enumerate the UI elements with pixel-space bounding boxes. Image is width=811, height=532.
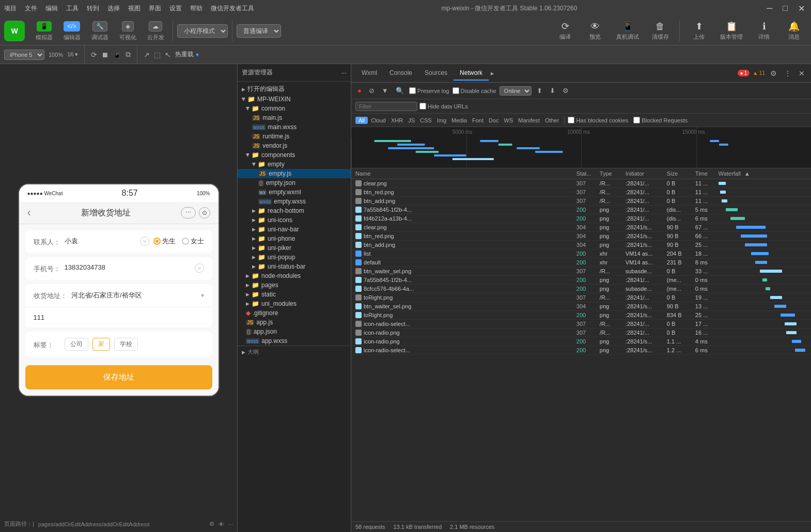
app-wxss-file[interactable]: wxss app.wxss xyxy=(238,336,351,346)
col-name[interactable]: Name xyxy=(355,170,576,177)
pages-folder[interactable]: ▶ 📁 pages xyxy=(238,280,351,290)
search-button[interactable]: 🔍 xyxy=(394,86,406,96)
tab-console[interactable]: Console xyxy=(383,66,418,81)
menu-project[interactable]: 项目 xyxy=(4,4,17,13)
tab-more-icon[interactable]: ▸ xyxy=(491,70,494,77)
clear-cache-button[interactable]: 🗑 清缓存 xyxy=(647,19,673,43)
blocked-cookies-checkbox[interactable]: Has blocked cookies xyxy=(568,117,628,123)
table-row[interactable]: fd4b212a-a13b-4... 200 png :28241/... (d… xyxy=(351,214,811,223)
tab-wxml[interactable]: Wxml xyxy=(355,66,383,81)
col-size[interactable]: Size xyxy=(667,170,695,177)
tag-school[interactable]: 学校 xyxy=(114,338,138,351)
common-folder[interactable]: ▶ 📁 common xyxy=(238,104,351,113)
empty-wxml-file[interactable]: wx empty.wxml xyxy=(238,187,351,197)
address-top[interactable]: 收货地址： 河北省/石家庄市/裕华区 ▾ xyxy=(25,284,212,307)
stop-icon[interactable]: ⏹ xyxy=(101,51,108,59)
col-waterfall[interactable]: Waterfall ▲ xyxy=(719,170,807,177)
version-mgr-button[interactable]: 📋 版本管理 xyxy=(716,19,747,43)
compile-select[interactable]: 普通编译 xyxy=(237,24,281,38)
table-row[interactable]: btn_waiter_sel.png 304 png :28241/s... 9… xyxy=(351,302,811,311)
table-row[interactable]: list 200 xhr VM14 as... 204 B 18 ... xyxy=(351,249,811,258)
table-row[interactable]: btn_waiter_sel.png 307 /R... subasde... … xyxy=(351,267,811,276)
filter-font-btn[interactable]: Font xyxy=(470,117,486,124)
uni-status-bar-folder[interactable]: ▶ 📁 uni-status-bar xyxy=(238,262,351,271)
tab-network[interactable]: Network xyxy=(454,66,489,81)
filter-cloud-btn[interactable]: Cloud xyxy=(369,117,388,124)
preserve-log-input[interactable] xyxy=(409,87,416,94)
table-row[interactable]: clear.png 307 /R... :28241/... 0 B 11 ..… xyxy=(351,179,811,188)
vendor-js-file[interactable]: JS vendor.js xyxy=(238,141,351,150)
eye-icon[interactable]: 👁 xyxy=(219,521,224,527)
disable-cache-checkbox[interactable]: Disable cache xyxy=(453,87,496,94)
devtools-close-icon[interactable]: ✕ xyxy=(797,68,807,79)
devtools-more-icon[interactable]: ⋮ xyxy=(782,68,793,79)
table-row[interactable]: 7a55b845-1f2b-4... 200 png :28241/... (d… xyxy=(351,206,811,214)
filter-other-btn[interactable]: Other xyxy=(543,117,562,124)
filter-media-btn[interactable]: Media xyxy=(449,117,469,124)
cursor-icon[interactable]: ↖ xyxy=(165,51,171,59)
menu-edit[interactable]: 编辑 xyxy=(45,4,58,13)
root-folder[interactable]: ▶ 📁 MP-WEIXIN xyxy=(238,95,351,104)
download-throttle-icon[interactable]: ⬇ xyxy=(548,86,557,96)
filter-img-btn[interactable]: Img xyxy=(435,117,448,124)
table-row[interactable]: icon-radio-select... 307 /R... :28241/..… xyxy=(351,320,811,328)
table-row[interactable]: toRight.png 307 /R... :28241/... 0 B 19 … xyxy=(351,293,811,302)
disable-cache-input[interactable] xyxy=(453,87,459,94)
menu-settings[interactable]: 设置 xyxy=(169,4,182,13)
table-row[interactable]: icon-radio-select... 200 png :28241/s...… xyxy=(351,346,811,355)
col-initiator[interactable]: Initiator xyxy=(626,170,667,177)
phone-more-actions[interactable]: ··· ⊙ xyxy=(181,207,210,218)
copy-icon[interactable]: ⧉ xyxy=(126,50,131,59)
app-json-file[interactable]: {} app.json xyxy=(238,327,351,336)
empty-js-file[interactable]: JS empty.js xyxy=(238,169,351,178)
editor-button[interactable]: </> 编辑器 xyxy=(59,18,85,43)
window-controls[interactable]: ─ □ ✕ xyxy=(765,4,807,13)
menu-bar[interactable]: 项目 文件 编辑 工具 转到 选择 视图 界面 设置 帮助 微信开发者工具 xyxy=(4,4,254,13)
file-panel-more-icon[interactable]: ··· xyxy=(341,69,347,76)
table-row[interactable]: clear.png 304 png :28241/s... 90 B 67 ..… xyxy=(351,223,811,232)
menu-interface[interactable]: 界面 xyxy=(149,4,161,13)
table-row[interactable]: 8cfcc576-4b66-4a... 200 png subasde... (… xyxy=(351,285,811,293)
mode-select[interactable]: 小程序模式 xyxy=(177,24,228,38)
tag-company[interactable]: 公司 xyxy=(65,338,88,351)
stop-button[interactable]: ⊘ xyxy=(367,86,377,96)
address-detail-input[interactable]: 111 xyxy=(25,307,212,327)
upload-button[interactable]: ⬆ 上传 xyxy=(686,19,712,43)
filter-ws-btn[interactable]: WS xyxy=(502,117,516,124)
filter-all-btn[interactable]: All xyxy=(355,117,368,124)
node-modules-folder[interactable]: ▶ 📁 node-modules xyxy=(238,271,351,280)
close-button[interactable]: ✕ xyxy=(796,4,807,13)
real-machine-button[interactable]: 📱 真机调试 xyxy=(612,19,643,43)
blocked-requests-input[interactable] xyxy=(633,117,640,123)
hotreload-toggle[interactable]: ▾ xyxy=(196,51,199,58)
preview-button[interactable]: 👁 预览 xyxy=(582,19,608,43)
gitignore-file[interactable]: ◆ .gitignore xyxy=(238,308,351,318)
reach-bottom-folder[interactable]: ▶ 📁 reach-bottom xyxy=(238,206,351,215)
minimize-button[interactable]: ─ xyxy=(765,4,774,13)
menu-help[interactable]: 帮助 xyxy=(190,4,202,13)
uni-nav-bar-folder[interactable]: ▶ 📁 uni-nav-bar xyxy=(238,225,351,234)
save-address-button[interactable]: 保存地址 xyxy=(25,365,212,389)
phone-clear-icon[interactable]: ✕ xyxy=(195,263,204,273)
menu-tools[interactable]: 工具 xyxy=(66,4,79,13)
details-button[interactable]: ℹ 详情 xyxy=(751,19,777,43)
filter-button[interactable]: ▼ xyxy=(380,86,391,96)
refresh-icon[interactable]: ⟳ xyxy=(91,51,97,59)
gender-male[interactable]: 先生 xyxy=(153,237,176,246)
uni-phone-folder[interactable]: ▶ 📁 uni-phone xyxy=(238,234,351,243)
settings-icon[interactable]: ⚙ xyxy=(209,521,214,527)
col-status[interactable]: Stat... xyxy=(576,170,600,177)
outline-section[interactable]: ▶ 大纲 xyxy=(238,346,351,358)
network-settings-icon[interactable]: ⚙ xyxy=(560,86,571,96)
col-type[interactable]: Type xyxy=(600,170,626,177)
app-js-file[interactable]: JS app.js xyxy=(238,318,351,327)
main-js-file[interactable]: JS main.js xyxy=(238,113,351,122)
components-folder[interactable]: ▶ 📁 components xyxy=(238,150,351,160)
col-time[interactable]: Time xyxy=(695,170,719,177)
tab-sources[interactable]: Sources xyxy=(418,66,454,81)
hide-data-urls-checkbox[interactable]: Hide data URLs xyxy=(419,103,468,109)
compile-button[interactable]: ⟳ 编译 xyxy=(552,19,578,43)
phone-icon[interactable]: 📱 xyxy=(113,51,121,59)
upload-throttle-icon[interactable]: ⬆ xyxy=(535,86,544,96)
uni-icons-folder[interactable]: ▶ 📁 uni-icons xyxy=(238,215,351,225)
